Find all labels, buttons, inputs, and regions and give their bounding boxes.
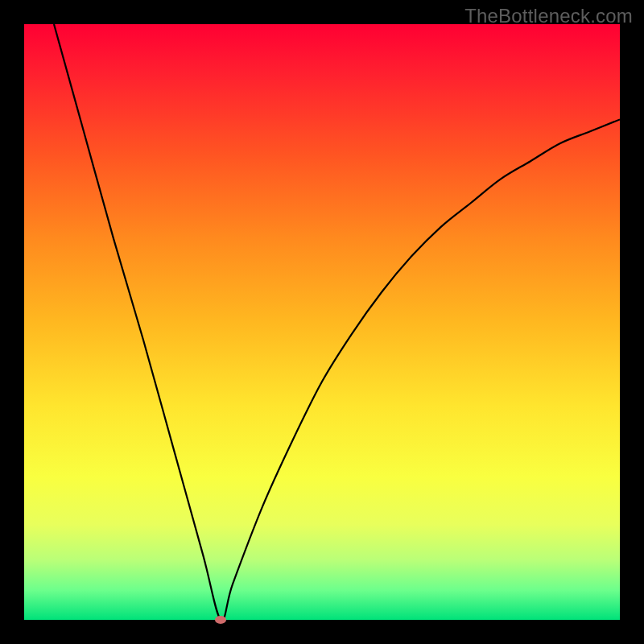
chart-frame: TheBottleneck.com xyxy=(0,0,644,644)
curve-svg xyxy=(24,24,620,620)
optimal-marker xyxy=(215,616,226,624)
bottleneck-curve xyxy=(54,24,620,620)
plot-area xyxy=(24,24,620,620)
